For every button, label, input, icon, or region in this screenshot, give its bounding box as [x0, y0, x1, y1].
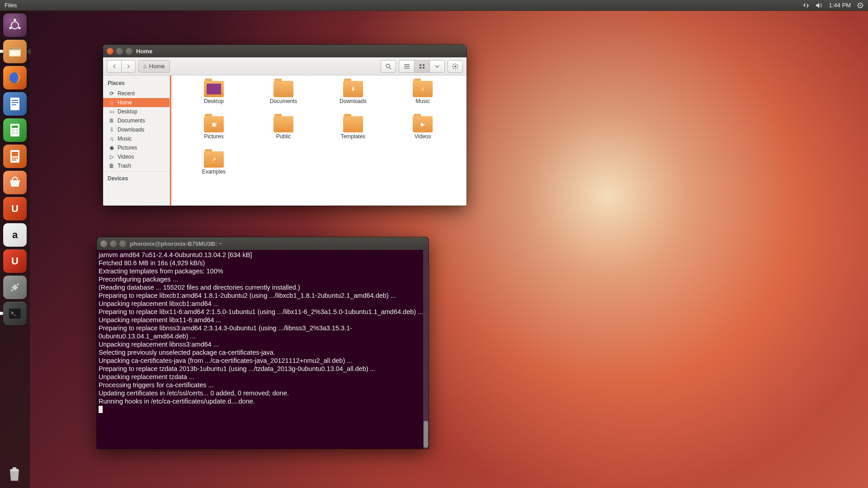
unity-launcher: U a U >_ [0, 11, 30, 488]
folder-examples[interactable]: ↗ Examples [179, 151, 249, 187]
files-window: Home ⌂ Home Places ⟳Recent ⌂Home ▭Deskto… [103, 45, 467, 206]
svg-rect-33 [420, 67, 421, 69]
launcher-ubuntu-one[interactable]: U [3, 197, 27, 221]
sound-icon[interactable] [816, 2, 823, 9]
sidebar-item-pictures[interactable]: ◉Pictures [103, 143, 170, 152]
folder-downloads[interactable]: ⬇ Downloads [318, 81, 388, 116]
maximize-button[interactable] [119, 240, 126, 247]
back-button[interactable] [107, 60, 121, 73]
music-icon: ♫ [108, 136, 115, 142]
sidebar-item-desktop[interactable]: ▭Desktop [103, 107, 170, 116]
svg-point-3 [14, 19, 16, 21]
svg-point-1 [860, 5, 861, 6]
svg-point-2 [11, 22, 19, 29]
svg-rect-19 [12, 132, 14, 134]
minimize-button[interactable] [110, 240, 117, 247]
terminal-scrollbar[interactable] [423, 250, 429, 449]
folder-label: Downloads [340, 98, 366, 104]
videos-icon: ▷ [108, 154, 115, 160]
folder-icon: ▶ [413, 116, 433, 132]
svg-rect-13 [12, 102, 18, 103]
close-button[interactable] [107, 48, 113, 55]
folder-label: Desktop [204, 98, 224, 104]
close-button[interactable] [100, 240, 107, 247]
folder-music[interactable]: ♪ Music [388, 81, 458, 116]
launcher-trash[interactable] [5, 465, 24, 483]
svg-rect-16 [12, 126, 18, 128]
folder-label: Templates [341, 133, 366, 140]
downloads-icon: ⇩ [108, 127, 115, 133]
folder-label: Pictures [204, 133, 223, 140]
recent-icon: ⟳ [108, 90, 115, 97]
search-button[interactable] [381, 60, 396, 73]
terminal-window-title: phoronix@phoronix-B75MU3B: ~ [130, 240, 222, 247]
folder-templates[interactable]: Templates [318, 116, 388, 151]
settings-gear-button[interactable] [448, 60, 463, 73]
clock-label[interactable]: 1:44 PM [829, 2, 851, 9]
folder-label: Documents [270, 98, 297, 104]
folder-videos[interactable]: ▶ Videos [388, 116, 458, 151]
folder-label: Public [276, 133, 291, 140]
launcher-firefox[interactable] [3, 66, 27, 89]
launcher-impress[interactable] [3, 145, 27, 168]
home-icon: ⌂ [108, 99, 115, 106]
view-grid-button[interactable] [414, 60, 429, 73]
launcher-updates[interactable]: U [3, 249, 27, 273]
svg-rect-34 [423, 67, 425, 69]
launcher-terminal[interactable]: >_ [3, 302, 27, 325]
sidebar-item-trash[interactable]: 🗑Trash [103, 161, 170, 170]
launcher-writer[interactable] [3, 92, 27, 116]
files-sidebar: Places ⟳Recent ⌂Home ▭Desktop 🗎Documents… [103, 75, 170, 206]
pictures-icon: ◉ [108, 145, 115, 151]
svg-rect-18 [15, 129, 18, 131]
files-titlebar[interactable]: Home [103, 45, 467, 57]
svg-text:>_: >_ [11, 310, 16, 315]
launcher-calc[interactable] [3, 118, 27, 142]
svg-rect-9 [10, 51, 20, 56]
folder-icon [274, 116, 293, 132]
folder-public[interactable]: Public [249, 116, 318, 151]
trash-icon: 🗑 [108, 163, 115, 169]
sidebar-item-documents[interactable]: 🗎Documents [103, 116, 170, 125]
active-app-label[interactable]: Files [5, 2, 17, 9]
network-icon[interactable] [803, 2, 809, 9]
sidebar-item-home[interactable]: ⌂Home [103, 98, 170, 107]
svg-rect-29 [13, 467, 16, 469]
view-dropdown-button[interactable] [429, 60, 445, 73]
terminal-window: phoronix@phoronix-B75MU3B: ~ jamvm amd64… [97, 237, 429, 449]
launcher-files[interactable] [3, 40, 27, 63]
file-grid[interactable]: Desktop Documents ⬇ Downloads ♪ Music ▣ … [170, 75, 467, 206]
folder-documents[interactable]: Documents [249, 81, 318, 116]
folder-label: Videos [415, 133, 431, 140]
folder-icon: ▣ [204, 116, 224, 132]
view-list-button[interactable] [399, 60, 414, 73]
folder-label: Examples [202, 169, 226, 175]
launcher-amazon[interactable]: a [3, 223, 27, 247]
launcher-settings[interactable] [3, 276, 27, 299]
desktop-icon: ▭ [108, 108, 115, 115]
sidebar-item-videos[interactable]: ▷Videos [103, 152, 170, 161]
sidebar-item-recent[interactable]: ⟳Recent [103, 89, 170, 98]
svg-rect-17 [12, 129, 14, 131]
sidebar-item-music[interactable]: ♫Music [103, 134, 170, 143]
maximize-button[interactable] [126, 48, 132, 55]
folder-desktop[interactable]: Desktop [179, 81, 249, 116]
breadcrumb-home[interactable]: ⌂ Home [138, 60, 170, 73]
svg-rect-25 [12, 284, 18, 291]
minimize-button[interactable] [116, 48, 123, 55]
sidebar-item-downloads[interactable]: ⇩Downloads [103, 125, 170, 134]
folder-icon: ↗ [204, 151, 224, 168]
launcher-software-center[interactable] [3, 171, 27, 194]
terminal-titlebar[interactable]: phoronix@phoronix-B75MU3B: ~ [97, 237, 429, 250]
svg-point-30 [386, 64, 390, 68]
sidebar-heading-devices: Devices [103, 173, 170, 184]
terminal-cursor [99, 406, 103, 413]
session-gear-icon[interactable] [857, 2, 863, 9]
forward-button[interactable] [121, 60, 136, 73]
folder-pictures[interactable]: ▣ Pictures [179, 116, 249, 151]
folder-icon: ♪ [413, 81, 433, 97]
svg-rect-7 [9, 47, 21, 50]
launcher-dash[interactable] [3, 14, 27, 37]
svg-point-4 [19, 27, 21, 29]
terminal-output[interactable]: jamvm amd64 7u51-2.4.4-0ubuntu0.13.04.2 … [97, 250, 429, 449]
